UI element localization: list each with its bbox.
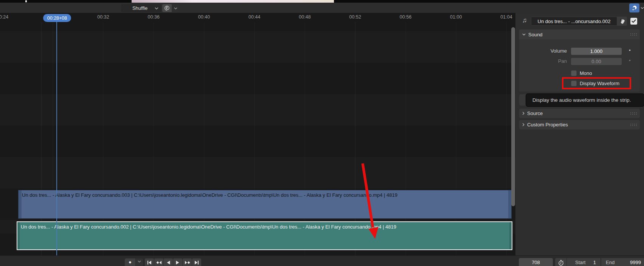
panel-grip-icon[interactable] (630, 112, 637, 115)
audio-strip-002-selected[interactable]: Un dos tres... - Alaska y El Fary concur… (17, 221, 512, 250)
strip-properties-sidebar: ♫ Un dos tres... - ...oncursando.002 (515, 13, 644, 255)
auto-keyframe-button[interactable]: ● (125, 258, 135, 266)
pan-row: Pan 0.00 ● (519, 58, 640, 65)
display-waveform-label: Display Waveform (580, 81, 619, 86)
play-button[interactable] (173, 258, 182, 266)
volume-field[interactable]: 1.000 (571, 48, 622, 55)
strip-left-handle[interactable] (19, 190, 22, 218)
volume-animate-decorator[interactable]: ● (629, 48, 631, 52)
chevron-right-icon (522, 123, 525, 126)
proportional-falloff-dropdown[interactable] (172, 4, 179, 12)
ruler-tick-label: 00:56 (400, 14, 411, 20)
sound-panel-title: Sound (528, 32, 543, 37)
pan-field[interactable]: 0.00 (571, 58, 622, 65)
jump-to-next-keyframe-button[interactable] (183, 258, 192, 266)
volume-row: Volume 1.000 ● (519, 48, 640, 55)
custom-properties-panel-title: Custom Properties (527, 122, 568, 128)
jump-to-start-button[interactable] (145, 258, 154, 266)
source-panel: Source (519, 109, 640, 118)
sound-panel-header[interactable]: Sound (519, 30, 640, 39)
blender-video-sequencer-screenshot: Shuffle (0, 0, 644, 266)
ruler-tick-label: 00:36 (148, 14, 160, 20)
display-waveform-checkbox[interactable] (571, 81, 577, 86)
panel-grip-icon[interactable] (630, 33, 637, 36)
ruler-tick-label: 00:24 (0, 14, 8, 20)
ruler-tick-label: 01:00 (450, 14, 462, 20)
playhead-line[interactable] (56, 21, 57, 255)
end-label: End (606, 260, 615, 265)
strip-label: Un dos tres... - Alaska y El Fary concur… (22, 192, 397, 198)
tooltip: Display the audio waveform inside the st… (526, 93, 644, 107)
start-frame-field[interactable]: Start 1 (567, 258, 601, 266)
color-tag-button[interactable] (617, 17, 627, 26)
top-strip-white-tick (25, 0, 27, 2)
chevron-right-icon (522, 112, 525, 115)
pan-animate-decorator[interactable]: ● (629, 59, 631, 62)
strip-label: Un dos tres... - Alaska y El Fary concur… (21, 224, 396, 230)
start-value: 1 (593, 260, 596, 265)
strip-name-field[interactable]: Un dos tres... - ...oncursando.002 (531, 17, 617, 26)
keying-settings-dropdown[interactable] (136, 258, 143, 266)
overlap-mode-label: Shuffle (125, 5, 155, 11)
playback-sync-button[interactable] (629, 3, 639, 12)
end-value: 9999 (630, 260, 641, 265)
vertical-scrollbar[interactable] (511, 27, 515, 206)
current-frame-field[interactable]: 708 (519, 258, 553, 266)
chevron-down-icon (174, 7, 177, 9)
record-dot-icon: ● (129, 260, 132, 264)
chevron-down-icon (522, 33, 526, 36)
proportional-editing-button[interactable] (162, 4, 172, 12)
strip-right-handle[interactable] (509, 222, 512, 249)
strip-right-handle[interactable] (508, 190, 511, 218)
top-cropped-window-strip (0, 0, 644, 3)
top-strip-pink-segment (132, 0, 334, 3)
stopwatch-icon (558, 260, 564, 266)
start-label: Start (575, 260, 585, 265)
panel-grip-icon[interactable] (630, 123, 637, 126)
ruler-tick-label: 00:44 (248, 14, 260, 20)
clock-icon (632, 5, 638, 11)
use-preview-range-button[interactable] (555, 258, 566, 266)
chevron-down-icon (155, 7, 158, 9)
jump-to-previous-keyframe-button[interactable] (154, 258, 163, 266)
custom-properties-panel: Custom Properties (519, 120, 640, 129)
ruler-tick-label: 00:48 (299, 14, 310, 20)
strip-left-handle[interactable] (17, 222, 20, 249)
sequencer-header: Shuffle (0, 3, 644, 13)
sequencer-timeline-area[interactable]: Un dos tres... - Alaska y El Fary concur… (0, 22, 515, 255)
playback-sync-dropdown[interactable] (641, 3, 644, 12)
play-reverse-button[interactable] (164, 258, 173, 266)
color-tag-icon (619, 18, 625, 24)
audio-strip-003[interactable]: Un dos tres... - Alaska y El Fary concur… (19, 190, 511, 218)
checkmark-icon (632, 19, 636, 23)
footer-bar: ● 708 (0, 255, 644, 266)
display-waveform-row: Display Waveform (571, 80, 619, 86)
source-panel-title: Source (527, 110, 543, 116)
ruler-tick-label: 00:52 (349, 14, 361, 20)
pan-label: Pan (521, 58, 567, 64)
timeline-ruler[interactable]: 00:2400:3200:3600:4000:4400:4800:5200:56… (0, 13, 515, 22)
custom-properties-panel-header[interactable]: Custom Properties (519, 120, 640, 129)
overlap-mode-dropdown[interactable]: Shuffle (121, 4, 161, 12)
mono-checkbox[interactable] (571, 70, 577, 76)
mono-label: Mono (580, 70, 592, 76)
ruler-tick-label: 01:04 (500, 14, 512, 20)
ruler-tick-label: 00:32 (97, 14, 109, 20)
source-panel-header[interactable]: Source (519, 109, 640, 118)
sound-strip-icon: ♫ (522, 17, 527, 24)
end-frame-field[interactable]: End 9999 (601, 258, 644, 266)
volume-label: Volume (521, 48, 567, 54)
strip-enable-checkbox[interactable] (630, 18, 637, 25)
jump-to-end-button[interactable] (192, 258, 201, 266)
current-frame-indicator[interactable]: 00:28+08 (43, 14, 71, 22)
ruler-tick-label: 00:40 (198, 14, 210, 20)
sound-panel: Sound Volume 1.000 ● Pan 0.00 ● (519, 30, 640, 92)
mono-row: Mono (571, 70, 592, 76)
proportional-editing-icon (164, 5, 170, 11)
